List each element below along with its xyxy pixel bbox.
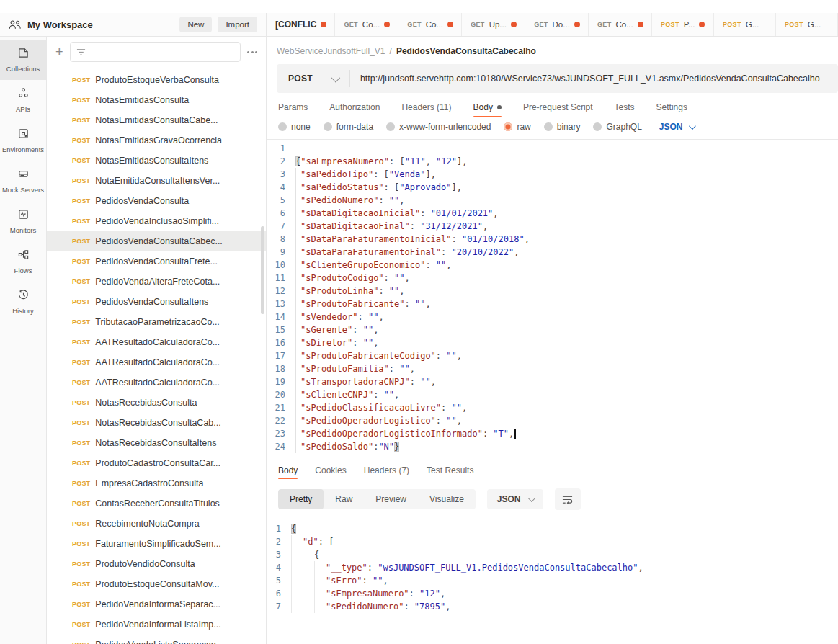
top-request-tab[interactable]: POSTG... — [776, 13, 838, 36]
collection-request-item[interactable]: POSTPedidoVendaAlteraFreteCota... — [47, 272, 266, 292]
sidebar-scrollbar[interactable] — [261, 226, 264, 314]
rail-item-label: Mock Servers — [2, 186, 44, 194]
collection-request-item[interactable]: POSTPedidosVendaConsultaCabec... — [47, 231, 266, 251]
collection-request-item[interactable]: POSTNotasRecebidasConsultaItens — [47, 433, 266, 453]
apis-icon — [17, 87, 30, 102]
collection-request-item[interactable]: POSTNotasEmitidasGravaOcorrencia — [47, 130, 266, 151]
url-input[interactable]: http://jundsoft.servehttp.com:10180/WSer… — [350, 73, 830, 84]
collection-request-item[interactable]: POSTPedidosVendaConsultaFrete... — [47, 251, 266, 272]
rail-item-environments[interactable]: Environments — [0, 120, 46, 161]
tab-body[interactable]: Body — [473, 93, 502, 122]
collection-request-item[interactable]: POSTProdutoEstoqueConsultaMov... — [47, 574, 266, 594]
collection-request-item[interactable]: POSTAATResultadoCalculadoraCo... — [47, 372, 266, 393]
more-options-icon[interactable] — [247, 51, 257, 53]
view-preview[interactable]: Preview — [364, 489, 418, 509]
line-number: 15 — [267, 323, 295, 336]
radio-icon — [386, 122, 395, 131]
collection-request-item[interactable]: POSTPedidoVendaInformaSeparac... — [47, 594, 266, 614]
body-mode-raw[interactable]: raw — [504, 122, 530, 132]
filter-input[interactable] — [70, 42, 241, 62]
tab-tests[interactable]: Tests — [615, 93, 635, 122]
collection-request-item[interactable]: POSTNotasEmitidasConsultaItens — [47, 151, 266, 171]
collection-request-item[interactable]: POSTNotaEmitidaConsultaItensVer... — [47, 171, 266, 191]
postman-app: My Workspace New Import [CONFLICGETCo...… — [0, 0, 838, 644]
new-button[interactable]: New — [179, 17, 212, 32]
collection-request-item[interactable]: POSTNotasEmitidasConsultaCabe... — [47, 110, 266, 130]
tab-authorization[interactable]: Authorization — [329, 93, 380, 122]
response-body-viewer[interactable]: 1{2"d": [3{4"__type": "wsJUNDSOFT_FULL_V… — [267, 516, 838, 644]
tab-method-label: POST — [661, 21, 679, 28]
method-select[interactable]: POST — [277, 73, 349, 84]
tab-settings[interactable]: Settings — [656, 93, 687, 122]
rail-item-flows[interactable]: Flows — [0, 241, 46, 282]
import-button[interactable]: Import — [218, 17, 257, 32]
collection-request-item[interactable]: POSTProdutoVendidoConsulta — [47, 554, 266, 574]
tab-headers-11-[interactable]: Headers (11) — [401, 93, 451, 122]
body-mode-none[interactable]: none — [278, 122, 311, 132]
tab-params[interactable]: Params — [278, 93, 308, 122]
body-language-select[interactable]: JSON — [659, 122, 694, 132]
request-name: ProdutoVendidoConsulta — [95, 559, 195, 569]
view-pretty[interactable]: Pretty — [278, 489, 324, 509]
collection-request-item[interactable]: POSTProdutoCadastroConsultaCar... — [47, 453, 266, 473]
response-tab-headers-7-[interactable]: Headers (7) — [364, 457, 409, 483]
rail-item-collections[interactable]: Collections — [0, 40, 46, 80]
collection-request-item[interactable]: POSTPedidoVendaInformaListaImp... — [47, 614, 266, 635]
collection-request-item[interactable]: POSTProdutoEstoqueVerbaConsulta — [47, 70, 266, 90]
code-line: 4"saPedidoStatus": ["Aprovado"], — [267, 181, 838, 194]
collection-request-item[interactable]: POSTPedidosVendaListaSeparacao — [47, 635, 266, 644]
collection-request-item[interactable]: POSTEmpresaCadastroConsulta — [47, 473, 266, 493]
body-mode-form-data[interactable]: form-data — [324, 122, 373, 132]
collection-request-item[interactable]: POSTNotasRecebidasConsulta — [47, 393, 266, 413]
top-request-tab[interactable]: POSTP... — [652, 13, 714, 36]
code-line: 2"d": [ — [267, 535, 838, 548]
code-line: 17"sProdutoFabricanteCodigo": "", — [267, 349, 838, 362]
top-request-tab[interactable]: GETDo... — [525, 13, 589, 36]
view-visualize[interactable]: Visualize — [418, 489, 476, 509]
body-mode-graphql[interactable]: GraphQL — [593, 122, 641, 132]
method-badge: POST — [72, 439, 90, 447]
rail-item-apis[interactable]: APIs — [0, 80, 46, 120]
add-collection-icon[interactable]: + — [55, 45, 63, 58]
collection-request-item[interactable]: POSTRecebimentoNotaCompra — [47, 514, 266, 534]
view-raw[interactable]: Raw — [324, 489, 364, 509]
collection-request-item[interactable]: POSTContasReceberConsultaTitulos — [47, 493, 266, 514]
top-request-tab[interactable]: GETUp... — [462, 13, 525, 36]
line-number: 22 — [267, 414, 295, 427]
rail-item-label: History — [12, 307, 34, 315]
breadcrumb: WebServiceJundsoftFull_V1/PedidosVendaCo… — [267, 37, 838, 64]
tab-pre-request-script[interactable]: Pre-request Script — [523, 93, 593, 122]
response-tab-cookies[interactable]: Cookies — [315, 457, 346, 483]
collection-request-item[interactable]: POSTAATResultadoCalculadoraCo... — [47, 352, 266, 372]
top-request-tab[interactable]: [CONFLIC — [267, 13, 335, 36]
code-line: 11"sProdutoCodigo": "", — [267, 272, 838, 285]
request-name: ProdutoEstoqueVerbaConsulta — [95, 75, 219, 85]
request-body-editor[interactable]: 12{"saEmpresaNumero": ["11", "12"],3"saP… — [267, 139, 838, 457]
collection-request-item[interactable]: POSTPedidoVendaInclusaoSimplifi... — [47, 211, 266, 231]
collection-request-item[interactable]: POSTFaturamentoSimplificadoSem... — [47, 534, 266, 554]
top-request-tab[interactable]: GETCo... — [335, 13, 398, 36]
top-request-tab[interactable]: GETCo... — [589, 13, 652, 36]
rail-item-history[interactable]: History — [0, 282, 46, 322]
code-line: 13"sProdutoFabricante": "", — [267, 298, 838, 310]
wrap-line-button[interactable] — [555, 488, 581, 510]
rail-item-mock-servers[interactable]: Mock Servers — [0, 161, 46, 201]
radio-icon — [504, 122, 512, 131]
response-tab-test-results[interactable]: Test Results — [427, 457, 473, 483]
response-language-select[interactable]: JSON — [487, 489, 543, 509]
response-tab-body[interactable]: Body — [278, 457, 298, 483]
body-mode-binary[interactable]: binary — [544, 122, 581, 132]
top-request-tab[interactable]: GETCo... — [398, 13, 462, 36]
collection-request-item[interactable]: POSTTributacaoParametrizacaoCo... — [47, 312, 266, 332]
top-request-tab[interactable]: POSTG... — [714, 13, 776, 36]
body-mode-x-www-form-urlencoded[interactable]: x-www-form-urlencoded — [386, 122, 491, 132]
collection-request-item[interactable]: POSTNotasRecebidasConsultaCab... — [47, 413, 266, 433]
breadcrumb-collection[interactable]: WebServiceJundsoftFull_V1 — [277, 46, 385, 56]
request-name: PedidosVendaConsultaCabec... — [95, 236, 223, 246]
collection-request-item[interactable]: POSTNotasEmitidasConsulta — [47, 90, 266, 110]
rail-item-monitors[interactable]: Monitors — [0, 201, 46, 241]
collection-request-item[interactable]: POSTPedidosVendaConsulta — [47, 191, 266, 211]
collection-request-item[interactable]: POSTAATResultadoCalculadoraCo... — [47, 332, 266, 352]
collection-request-item[interactable]: POSTPedidosVendaConsultaItens — [47, 292, 266, 312]
workspace-name[interactable]: My Workspace — [27, 19, 174, 30]
